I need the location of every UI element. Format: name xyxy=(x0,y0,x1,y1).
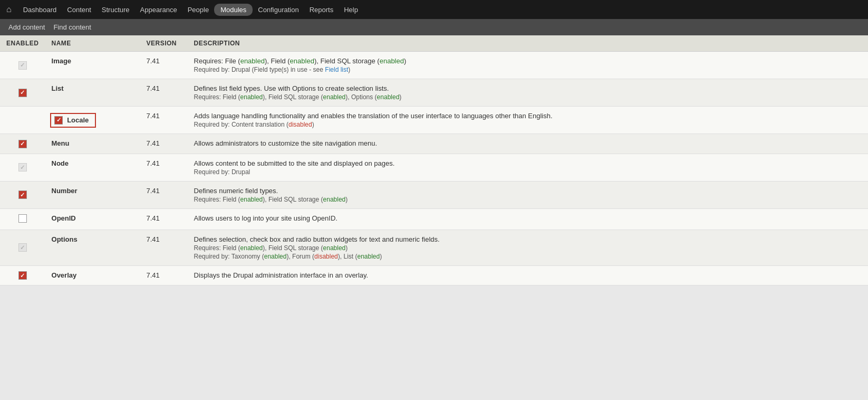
enabled-cell-node xyxy=(0,154,45,181)
module-name-locale: Locale xyxy=(67,116,89,124)
enabled-cell-openid xyxy=(0,208,45,230)
nav-configuration[interactable]: Configuration xyxy=(253,3,304,17)
desc-main-menu: Allows administrators to customize the s… xyxy=(194,139,862,147)
name-cell-menu: Menu xyxy=(45,134,140,154)
name-cell-overlay: Overlay xyxy=(45,265,140,285)
locale-highlight: Locale xyxy=(50,113,96,128)
status-enabled: enabled xyxy=(357,253,380,260)
version-cell-image: 7.41 xyxy=(140,52,188,79)
table-row: List 7.41 Defines list field types. Use … xyxy=(0,79,868,107)
table-row: OpenID 7.41 Allows users to log into you… xyxy=(0,208,868,230)
checkbox-menu[interactable] xyxy=(18,140,27,148)
name-cell-options: Options xyxy=(45,230,140,265)
table-row: Options 7.41 Defines selection, check bo… xyxy=(0,230,868,265)
col-header-version: VERSION xyxy=(140,35,188,52)
enabled-cell-list xyxy=(0,79,45,107)
home-icon[interactable]: ⌂ xyxy=(4,3,14,16)
col-header-description: DESCRIPTION xyxy=(188,35,868,52)
checkbox-number[interactable] xyxy=(18,191,27,199)
table-row-locale: Locale 7.41 Adds language handling funct… xyxy=(0,107,868,134)
module-name-menu: Menu xyxy=(52,139,70,147)
name-cell-image: Image xyxy=(45,52,140,79)
checkbox-overlay[interactable] xyxy=(18,271,27,280)
version-cell-locale: 7.41 xyxy=(140,107,188,134)
status-enabled: enabled xyxy=(240,196,263,203)
table-row: Number 7.41 Defines numeric field types.… xyxy=(0,181,868,208)
checkbox-list[interactable] xyxy=(18,89,27,97)
enabled-cell-options xyxy=(0,230,45,265)
table-header-row: ENABLED NAME VERSION DESCRIPTION xyxy=(0,35,868,52)
enabled-cell-overlay xyxy=(0,265,45,285)
desc-main-image: Requires: File (enabled), Field (enabled… xyxy=(194,57,862,65)
enabled-cell-menu xyxy=(0,134,45,154)
status-disabled: disabled xyxy=(288,121,312,128)
status-enabled: enabled xyxy=(380,57,404,65)
table-row: Image 7.41 Requires: File (enabled), Fie… xyxy=(0,52,868,79)
nav-modules[interactable]: Modules xyxy=(214,4,253,16)
checkbox-openid[interactable] xyxy=(18,214,27,223)
version-cell-number: 7.41 xyxy=(140,181,188,208)
modules-table-container: ENABLED NAME VERSION DESCRIPTION Image 7… xyxy=(0,35,868,285)
desc-cell-node: Allows content to be submitted to the si… xyxy=(188,154,868,181)
field-list-link[interactable]: Field list xyxy=(325,66,348,73)
desc-main-list: Defines list field types. Use with Optio… xyxy=(194,84,862,92)
table-row: Node 7.41 Allows content to be submitted… xyxy=(0,154,868,181)
desc-cell-image: Requires: File (enabled), Field (enabled… xyxy=(188,52,868,79)
desc-main-node: Allows content to be submitted to the si… xyxy=(194,159,862,167)
checkbox-locale[interactable] xyxy=(54,116,63,125)
modules-table: ENABLED NAME VERSION DESCRIPTION Image 7… xyxy=(0,35,868,285)
nav-appearance[interactable]: Appearance xyxy=(135,3,182,17)
nav-reports[interactable]: Reports xyxy=(304,3,339,17)
status-enabled: enabled xyxy=(240,93,263,101)
nav-dashboard[interactable]: Dashboard xyxy=(18,3,62,17)
desc-main-overlay: Displays the Drupal administration inter… xyxy=(194,271,862,279)
module-name-node: Node xyxy=(52,159,69,167)
desc-main-openid: Allows users to log into your site using… xyxy=(194,214,862,222)
status-enabled: enabled xyxy=(264,253,287,260)
nav-structure[interactable]: Structure xyxy=(97,3,135,17)
version-cell-options: 7.41 xyxy=(140,230,188,265)
status-enabled: enabled xyxy=(240,244,263,252)
col-header-name: NAME xyxy=(45,35,140,52)
version-cell-node: 7.41 xyxy=(140,154,188,181)
find-content-link[interactable]: Find content xyxy=(53,23,91,31)
nav-people[interactable]: People xyxy=(182,3,214,17)
checkbox-node[interactable] xyxy=(18,163,27,172)
desc-main-number: Defines numeric field types. xyxy=(194,187,862,195)
module-name-overlay: Overlay xyxy=(52,271,77,279)
version-cell-list: 7.41 xyxy=(140,79,188,107)
desc-main-locale: Adds language handling functionality and… xyxy=(194,112,862,120)
module-name-list: List xyxy=(52,84,64,92)
checkbox-image[interactable] xyxy=(18,61,27,70)
module-name-openid: OpenID xyxy=(52,214,76,222)
status-enabled: enabled xyxy=(377,93,400,101)
desc-sub-image: Required by: Drupal (Field type(s) in us… xyxy=(194,66,862,73)
top-nav: ⌂ Dashboard Content Structure Appearance… xyxy=(0,0,868,19)
module-name-image: Image xyxy=(52,57,72,65)
secondary-nav: Add content Find content xyxy=(0,19,868,35)
status-enabled: enabled xyxy=(323,93,346,101)
desc-sub-number: Requires: Field (enabled), Field SQL sto… xyxy=(194,196,862,203)
status-enabled: enabled xyxy=(323,196,346,203)
name-cell-openid: OpenID xyxy=(45,208,140,230)
desc-sub-list: Requires: Field (enabled), Field SQL sto… xyxy=(194,93,862,101)
enabled-cell-image xyxy=(0,52,45,79)
desc-cell-list: Defines list field types. Use with Optio… xyxy=(188,79,868,107)
desc-cell-number: Defines numeric field types. Requires: F… xyxy=(188,181,868,208)
module-name-options: Options xyxy=(52,235,78,243)
nav-help[interactable]: Help xyxy=(339,3,363,17)
desc-cell-overlay: Displays the Drupal administration inter… xyxy=(188,265,868,285)
version-cell-overlay: 7.41 xyxy=(140,265,188,285)
status-enabled: enabled xyxy=(323,244,346,252)
desc-cell-menu: Allows administrators to customize the s… xyxy=(188,134,868,154)
status-disabled: disabled xyxy=(314,253,338,260)
nav-content[interactable]: Content xyxy=(62,3,97,17)
desc-sub-options-1: Requires: Field (enabled), Field SQL sto… xyxy=(194,244,862,252)
desc-cell-openid: Allows users to log into your site using… xyxy=(188,208,868,230)
add-content-link[interactable]: Add content xyxy=(8,23,45,31)
checkbox-options[interactable] xyxy=(18,243,27,252)
table-row: Menu 7.41 Allows administrators to custo… xyxy=(0,134,868,154)
col-header-enabled: ENABLED xyxy=(0,35,45,52)
desc-cell-locale: Adds language handling functionality and… xyxy=(188,107,868,134)
desc-cell-options: Defines selection, check box and radio b… xyxy=(188,230,868,265)
